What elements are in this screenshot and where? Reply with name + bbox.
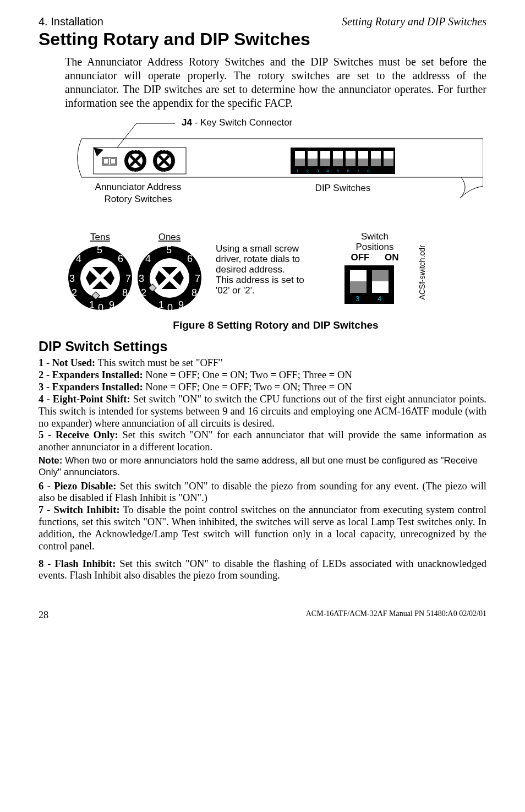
instr-line: driver, rotate dials to	[216, 254, 331, 264]
item-4: 4 - Eight-Point Shift: Set switch "ON" t…	[39, 394, 486, 429]
svg-text:3: 3	[356, 295, 359, 303]
svg-rect-22	[346, 159, 356, 166]
dial-instructions: Using a small screw driver, rotate dials…	[216, 231, 331, 296]
dial-detail-row: Tens Ones 1 0 9 2 3 4 5 6 7	[65, 231, 486, 314]
svg-text:3: 3	[139, 273, 144, 284]
svg-text:4: 4	[378, 295, 381, 303]
svg-text:4: 4	[76, 253, 81, 264]
svg-text:0: 0	[167, 302, 173, 313]
svg-text:5: 5	[166, 244, 172, 255]
svg-text:8: 8	[192, 287, 197, 298]
pin	[111, 159, 116, 164]
svg-text:3: 3	[69, 273, 75, 284]
svg-text:7: 7	[195, 273, 200, 284]
cdr-filename: ACSf-switch.cdr	[418, 245, 427, 300]
tens-label: Tens	[90, 232, 110, 242]
svg-text:0: 0	[98, 302, 103, 313]
svg-text:3 4 5 6 7: 3 4 5 6 7	[127, 148, 141, 151]
intro-paragraph: The Annunciator Address Rotory Switches …	[65, 55, 486, 110]
ann-label-1: Annunciator Address	[95, 182, 182, 192]
ann-label-2: Rotory Switches	[105, 194, 172, 204]
svg-rect-14	[295, 159, 305, 166]
svg-text:4: 4	[145, 253, 151, 264]
instr-line: '02' or '2'.	[216, 285, 331, 296]
item-5: 5 - Receive Only: Set this switch "ON" f…	[39, 429, 486, 454]
connector-svg: J4 - Key Switch Connector	[65, 117, 483, 221]
svg-rect-66	[372, 270, 389, 281]
figure-caption: Figure 8 Setting Rotory and DIP Switches	[65, 319, 486, 331]
svg-text:7: 7	[125, 273, 131, 284]
note-line: Note: When two or more annunciators hold…	[39, 455, 486, 478]
item-6: 6 - Piezo Disable: Set this switch "ON" …	[39, 481, 486, 505]
instr-line: This address is set to	[216, 275, 331, 285]
board-notch	[460, 177, 483, 198]
svg-text:6: 6	[187, 253, 193, 264]
item-2: 2 - Expanders Installed: None = OFF; One…	[39, 369, 486, 382]
item-1: 1 - Not Used: This switch must be set "O…	[39, 357, 486, 369]
svg-rect-28	[384, 159, 393, 166]
page-footer: 28 ACM-16ATF/ACM-32AF Manual PN 51480:A0…	[39, 609, 486, 620]
page-header: 4. Installation Setting Rotary and DIP S…	[39, 15, 486, 28]
j4-label: J4 - Key Switch Connector	[182, 117, 293, 128]
page-number: 28	[39, 609, 48, 620]
ones-dial: 1 0 9 2 3 4 5 6 7 8	[138, 244, 201, 313]
svg-text:5: 5	[97, 244, 102, 255]
switch-pos-svg: 3 4	[339, 263, 400, 307]
item-8: 8 - Flash Inhibit: Set this switch "ON" …	[39, 558, 486, 582]
svg-text:6: 6	[118, 253, 123, 264]
svg-rect-16	[308, 159, 318, 166]
switch-positions-block: Switch Positions OFF ON 3 4	[339, 231, 411, 307]
sw-line1: Switch	[339, 231, 411, 242]
footer-right: ACM-16ATF/ACM-32AF Manual PN 51480:A0 02…	[306, 609, 486, 620]
svg-text:1: 1	[158, 299, 164, 310]
on-label: ON	[385, 252, 399, 263]
svg-rect-64	[350, 281, 367, 293]
item-7: 7 - Switch Inhibit: To disable the point…	[39, 504, 486, 552]
svg-text:3 4 5 6 7: 3 4 5 6 7	[155, 148, 170, 151]
svg-text:8: 8	[122, 287, 128, 298]
header-topic: Setting Rotary and DIP Switches	[342, 15, 486, 28]
pin	[103, 159, 108, 164]
off-label: OFF	[351, 252, 370, 263]
svg-text:2 1 0 9 8: 2 1 0 9 8	[127, 170, 141, 174]
dip-switch-block: 12345678	[291, 148, 395, 174]
svg-text:2: 2	[72, 287, 77, 298]
sw-line2: Positions	[339, 242, 411, 252]
header-section: 4. Installation	[39, 15, 103, 28]
ones-label: Ones	[158, 232, 181, 242]
dip-label: DIP Switches	[315, 183, 371, 193]
instr-line: Using a small screw	[216, 243, 331, 254]
svg-text:9: 9	[178, 299, 184, 310]
svg-rect-26	[371, 159, 381, 166]
dip-settings-heading: DIP Switch Settings	[39, 339, 486, 354]
tens-dial: 1 0 9 2 3 4 5 6 7 8	[68, 244, 132, 313]
svg-text:12345678: 12345678	[296, 168, 378, 173]
svg-text:1: 1	[89, 299, 95, 310]
svg-rect-18	[320, 159, 330, 166]
svg-rect-20	[333, 159, 343, 166]
connector-panel-diagram: J4 - Key Switch Connector	[65, 117, 486, 221]
large-dials-svg: Tens Ones 1 0 9 2 3 4 5 6 7	[65, 231, 208, 314]
svg-rect-24	[358, 159, 368, 166]
svg-text:2: 2	[141, 287, 146, 298]
page-title: Setting Rotary and DIP Switches	[39, 30, 486, 50]
item-3: 3 - Expanders Installed: None = OFF; One…	[39, 382, 486, 394]
svg-text:2 1 0 9 8: 2 1 0 9 8	[155, 170, 170, 174]
instr-line: desired address.	[216, 264, 331, 275]
off-on-row: OFF ON	[339, 252, 411, 263]
leader-line	[117, 123, 136, 148]
svg-text:9: 9	[109, 299, 114, 310]
board-curve	[78, 139, 82, 177]
figure-8: J4 - Key Switch Connector	[65, 117, 486, 331]
